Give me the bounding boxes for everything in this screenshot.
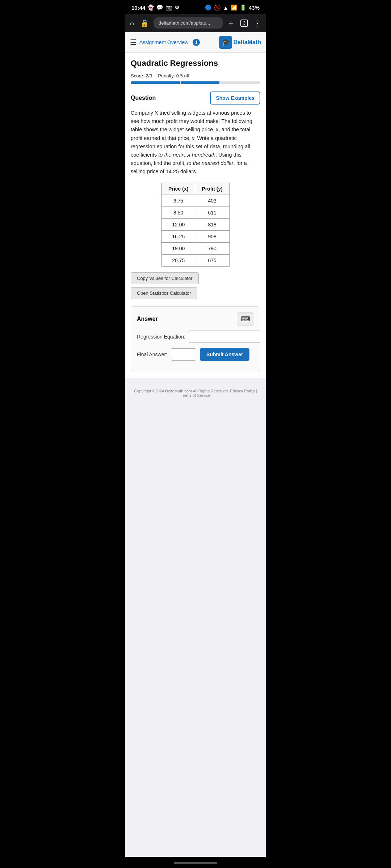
table-cell: 12.00 (162, 218, 195, 230)
table-cell: 403 (195, 195, 230, 207)
table-header-price: Price (x) (162, 183, 195, 195)
bottom-bar (125, 857, 266, 868)
footer: Copyright ©2024 DeltaMath.com All Rights… (125, 378, 266, 405)
tab-count: 3 (240, 20, 248, 27)
show-examples-button[interactable]: Show Examples (210, 92, 260, 105)
table-cell: 19.00 (162, 242, 195, 254)
url-text: deltamath.com/app/stu... (159, 20, 210, 26)
answer-section: Answer ⌨ Regression Equation: Final Answ… (131, 306, 260, 372)
app-icon-1: 👻 (147, 4, 154, 11)
signal-icon: 📶 (231, 4, 237, 11)
progress-fill-2 (181, 81, 219, 84)
hamburger-icon[interactable]: ☰ (130, 38, 136, 47)
page-title: Quadratic Regressions (131, 59, 260, 68)
app-icon-4: ⚙ (175, 4, 179, 11)
question-text-italic2: to the nearest dollar (187, 160, 234, 166)
mute-icon: 🚫 (214, 4, 221, 11)
breadcrumb-badge: 1 (193, 39, 200, 46)
question-text-italic1: to the nearest hundredth (158, 152, 215, 158)
question-header: Question Show Examples (131, 92, 260, 105)
footer-copyright: Copyright ©2024 DeltaMath.com All Rights… (134, 389, 229, 393)
table-row: 20.75675 (162, 254, 230, 266)
copy-values-button[interactable]: Copy Values for Calculator (131, 272, 199, 284)
connection-status[interactable]: 🔒 (139, 17, 151, 29)
battery-level: 43% (249, 5, 260, 11)
url-bar[interactable]: deltamath.com/app/stu... (154, 17, 223, 29)
table-header-profit: Profit (y) (195, 183, 230, 195)
wifi-icon: ▲ (223, 5, 228, 11)
footer-separator: | (256, 389, 257, 393)
data-table-wrapper: Price (x) Profit (y) 6.754038.5061112.00… (131, 183, 260, 267)
question-label: Question (131, 95, 156, 101)
progress-fill-1 (131, 81, 180, 84)
submit-answer-button[interactable]: Submit Answer (200, 348, 249, 361)
status-bar: 10:44 👻 💬 📷 ⚙ 🔵 🚫 ▲ 📶 🔋 43% (125, 0, 266, 14)
score-bar: Score: 2/3 Penalty: 0.5 off (131, 73, 260, 78)
table-cell: 675 (195, 254, 230, 266)
table-row: 19.00790 (162, 242, 230, 254)
score-label: Score: 2/3 (131, 73, 152, 78)
penalty-label: Penalty: 0.5 off (158, 73, 189, 78)
data-table: Price (x) Profit (y) 6.754038.5061112.00… (161, 183, 230, 267)
tab-switcher-button[interactable]: 3 (239, 18, 249, 28)
question-text: Company X tried selling widgets at vario… (131, 109, 260, 176)
bluetooth-icon: 🔵 (205, 4, 212, 11)
privacy-policy-link[interactable]: Privacy Policy (230, 389, 255, 393)
keyboard-button[interactable]: ⌨ (237, 312, 254, 326)
answer-header: Answer ⌨ (137, 312, 254, 326)
page-content: ☰ Assignment Overview 1 🎓 DeltaMath Quad… (125, 32, 266, 857)
nav-bar: ☰ Assignment Overview 1 🎓 DeltaMath (125, 32, 266, 53)
table-row: 16.25908 (162, 230, 230, 242)
status-time: 10:44 👻 💬 📷 ⚙ (131, 4, 179, 11)
table-cell: 908 (195, 230, 230, 242)
table-cell: 8.50 (162, 207, 195, 218)
logo-icon: 🎓 (219, 36, 232, 49)
table-cell: 16.25 (162, 230, 195, 242)
terms-of-service-link[interactable]: Terms of Service (181, 393, 210, 397)
app-icon-3: 📷 (165, 4, 172, 11)
logo-area: 🎓 DeltaMath (219, 36, 261, 49)
status-indicators: 🔵 🚫 ▲ 📶 🔋 43% (205, 4, 260, 11)
new-tab-button[interactable]: ＋ (226, 17, 236, 29)
table-cell: 790 (195, 242, 230, 254)
table-row: 8.50611 (162, 207, 230, 218)
keyboard-icon: ⌨ (241, 315, 250, 323)
regression-equation-input[interactable] (189, 331, 260, 343)
regression-label: Regression Equation: (137, 334, 185, 340)
final-answer-row: Final Answer: Submit Answer (137, 348, 254, 361)
logo-text: DeltaMath (234, 39, 261, 46)
nav-left: ☰ Assignment Overview 1 (130, 38, 200, 47)
time-display: 10:44 (131, 5, 145, 11)
answer-label: Answer (137, 316, 158, 322)
calc-buttons: Copy Values for Calculator Open Statisti… (131, 272, 260, 299)
main-content: Quadratic Regressions Score: 2/3 Penalty… (125, 53, 266, 378)
menu-button[interactable]: ⋮ (252, 17, 262, 29)
final-answer-label: Final Answer: (137, 352, 167, 357)
final-answer-input[interactable] (171, 348, 196, 361)
open-statistics-calculator-button[interactable]: Open Statistics Calculator (131, 287, 197, 299)
table-row: 12.00818 (162, 218, 230, 230)
question-text-part1: Company X tried selling widgets at vario… (131, 110, 252, 158)
progress-bar (131, 81, 260, 84)
table-cell: 611 (195, 207, 230, 218)
table-cell: 20.75 (162, 254, 195, 266)
table-cell: 818 (195, 218, 230, 230)
table-row: 6.75403 (162, 195, 230, 207)
breadcrumb-link[interactable]: Assignment Overview (139, 39, 188, 45)
browser-chrome: ⌂ 🔒 deltamath.com/app/stu... ＋ 3 ⋮ (125, 14, 266, 32)
app-icon-2: 💬 (156, 4, 163, 11)
battery-icon: 🔋 (240, 4, 247, 11)
regression-equation-row: Regression Equation: (137, 331, 254, 343)
table-cell: 6.75 (162, 195, 195, 207)
home-indicator (174, 862, 217, 864)
home-button[interactable]: ⌂ (129, 17, 136, 29)
